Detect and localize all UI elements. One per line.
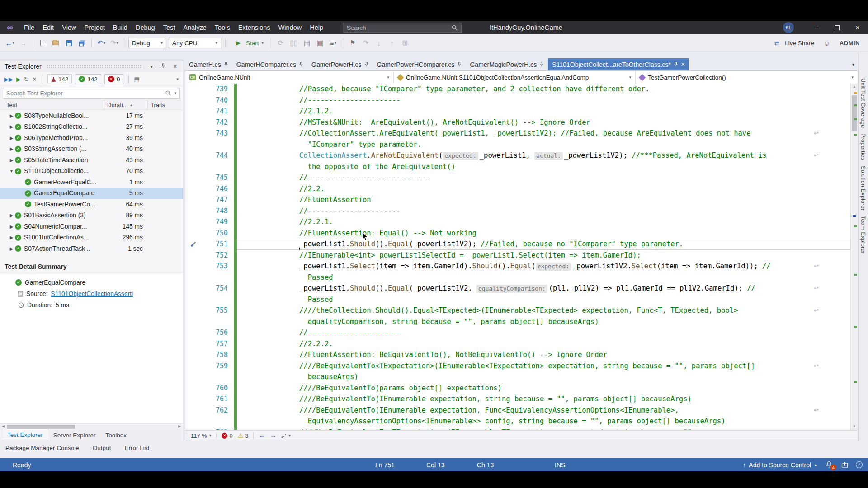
vtab-properties[interactable]: Properties	[860, 133, 867, 160]
code-line[interactable]: 745 //-----------------------------	[185, 172, 850, 183]
test-tree-row[interactable]: ▶✓S1001IntCollectionAs...296 ms	[0, 232, 183, 244]
tab-output[interactable]: Output	[93, 445, 111, 451]
warning-count-badge[interactable]: ⚠ 3	[238, 432, 249, 439]
test-search-box[interactable]: Search Test Explorer ▾	[3, 88, 180, 99]
open-file-icon[interactable]	[50, 38, 61, 48]
repeat-last-run-icon[interactable]: ↻	[24, 76, 29, 83]
vtab-team-explorer[interactable]: Team Explorer	[860, 216, 867, 254]
menu-edit[interactable]: Edit	[38, 21, 58, 34]
code-line[interactable]: 751 _powerList1.Should().Equal(_powerLis…	[185, 239, 850, 250]
code-line[interactable]: 739 //Passed, because "IComparer" type p…	[185, 84, 850, 95]
redo-icon[interactable]: ↷▾	[109, 38, 120, 48]
tab-toolbox[interactable]: Toolbox	[101, 429, 132, 441]
scroll-down-icon[interactable]: ▼	[851, 423, 858, 430]
search-options-icon[interactable]: ▾	[174, 91, 176, 95]
menu-window[interactable]: Window	[274, 21, 306, 34]
edit-mode-icon[interactable]: ▾	[281, 433, 291, 438]
menu-analyze[interactable]: Analyze	[179, 21, 211, 34]
test-tree-row[interactable]: ▶✓S08TypeNullableBool...17 ms	[0, 110, 183, 122]
tab-package-manager-console[interactable]: Package Manager Console	[5, 445, 79, 451]
close-icon[interactable]: ✕	[681, 61, 685, 67]
group-by-icon[interactable]: ▤	[134, 76, 139, 83]
code-line[interactable]: "IComparer" type parameter.	[185, 139, 850, 150]
break-all-icon[interactable]: ▯▯	[288, 38, 299, 48]
pin-icon[interactable]	[364, 61, 369, 68]
code-line[interactable]: Passed	[185, 272, 850, 283]
window-position-icon[interactable]: ▾	[147, 63, 156, 70]
test-tree-row[interactable]: ▶✓S01BasicAssertion (3)89 ms	[0, 210, 183, 221]
code-line[interactable]: 753 _powerList1.Select(item => item.Game…	[185, 261, 850, 272]
find-in-files-icon[interactable]: ▥	[315, 38, 326, 48]
menu-help[interactable]: Help	[306, 21, 327, 34]
bookmark-icon[interactable]: ⚑	[347, 38, 358, 48]
column-test[interactable]: Test	[0, 102, 104, 108]
menu-debug[interactable]: Debug	[132, 21, 159, 34]
expander-icon[interactable]: ▶	[8, 224, 15, 229]
doc-tab-gamerh-cs[interactable]: GamerH.cs	[185, 58, 232, 70]
code-lines[interactable]: 739 //Passed, because "IComparer" type p…	[185, 84, 850, 430]
run-test-icon[interactable]: ▶	[16, 76, 21, 83]
pin-icon[interactable]	[224, 61, 228, 68]
code-line[interactable]: 755 ////theCollection.Should().Equal<TEx…	[185, 305, 850, 316]
global-search-box[interactable]: Search	[343, 23, 462, 33]
vtab-solution-explorer[interactable]: Solution Explorer	[860, 166, 867, 211]
navigate-back-icon[interactable]: ←	[259, 432, 265, 439]
publish-icon[interactable]	[841, 461, 848, 468]
close-icon[interactable]: ✕	[171, 63, 179, 70]
test-tree-row[interactable]: ▼✓S1101ObjectCollectio...70 ms	[0, 166, 183, 177]
pin-icon[interactable]	[674, 61, 678, 68]
code-line[interactable]: equalityComparison, string because = "",…	[185, 316, 850, 328]
close-button[interactable]: ✕	[847, 21, 868, 34]
type-dropdown[interactable]: OnlineGame.NUnit.S1101ObjectCollectionAs…	[394, 71, 636, 84]
test-tree-row[interactable]: ▶✓S06TypeMethodProp...39 ms	[0, 132, 183, 144]
code-line[interactable]: 749 //2.2.1.	[185, 216, 850, 228]
code-line[interactable]: 763 ////NotBeEquivalentTo<TExpectation>(…	[185, 427, 850, 430]
test-tree-row[interactable]: ▶✓S04NumericICompar...145 ms	[0, 221, 183, 232]
scroll-left-icon[interactable]: ◀	[0, 424, 6, 429]
error-count-badge[interactable]: ✕ 0	[222, 432, 232, 439]
vtab-unit-test-coverage[interactable]: Unit Test Coverage	[860, 78, 867, 128]
code-line[interactable]: becauseArgs)	[185, 371, 850, 383]
code-line[interactable]: 762 ////BeEquivalentTo(IEnumerable expec…	[185, 405, 850, 416]
member-dropdown[interactable]: TestGamerPowerCollection() ▾	[636, 71, 858, 84]
code-line[interactable]: EquivalencyAssertionOptions<IEnumerable>…	[185, 416, 850, 427]
column-duration[interactable]: Durati...▲	[104, 100, 147, 110]
line-structure-icon[interactable]: ≡▾	[328, 38, 339, 48]
source-link[interactable]: S1101ObjectCollectionAsserti	[51, 291, 133, 297]
test-tree-row[interactable]: ▶✓S1002StringCollectio...27 ms	[0, 122, 183, 133]
toolbar-options-icon[interactable]: ▾	[176, 77, 179, 81]
start-debugging-button[interactable]: ▶ Start ▾	[230, 38, 267, 48]
doc-tab-gamerpowerhcomparer-cs[interactable]: GamerPowerHComparer.cs	[373, 58, 466, 70]
code-line[interactable]: 758 //FluentAssertion: BeEquivalentTo(),…	[185, 349, 850, 361]
code-line[interactable]: the opposite of the AreEquivalent()	[185, 161, 850, 173]
expander-icon[interactable]: ▶	[8, 146, 15, 151]
new-file-icon[interactable]	[37, 38, 48, 48]
failed-tests-filter[interactable]: ✕ 0	[104, 74, 124, 84]
expander-icon[interactable]: ▶	[8, 124, 15, 129]
code-line[interactable]: 743 //CollectionAssert.AreEquivalent(_po…	[185, 128, 850, 139]
test-tree-row[interactable]: ✓TestGamerPowerCo...64 ms	[0, 199, 183, 210]
panel-splitter[interactable]	[0, 254, 183, 261]
test-tree-row[interactable]: ✓GamerPowerEqualC...1 ms	[0, 177, 183, 188]
pin-icon[interactable]	[299, 61, 303, 68]
code-line[interactable]: 741 //2.1.2.	[185, 106, 850, 117]
step-into-icon[interactable]: ↓	[373, 38, 384, 48]
window-drag-grip[interactable]	[47, 65, 142, 68]
code-line[interactable]: 760 ////BeEquivalentTo(params object[] e…	[185, 383, 850, 394]
doc-tab-gamermagicpowerh-cs[interactable]: GamerMagicPowerH.cs	[466, 58, 548, 70]
code-line[interactable]: 754 _powerList1.Should().Equal(_powerLis…	[185, 283, 850, 294]
undo-icon[interactable]: ↶▾	[96, 38, 107, 48]
test-tree-row[interactable]: ✓GamerEqualCompare5 ms	[0, 188, 183, 199]
sync-status-icon[interactable]: ✓	[856, 461, 863, 468]
doc-tab-s1101objectcollect-aretootherclass-cs-[interactable]: S1101ObjectCollect...areToOtherClass.cs*…	[548, 58, 689, 70]
send-feedback-icon[interactable]: ☺	[821, 38, 832, 48]
tab-server-explorer[interactable]: Server Explorer	[48, 429, 101, 441]
code-line[interactable]: Passed	[185, 294, 850, 305]
menu-file[interactable]: File	[20, 21, 38, 34]
navigate-backward-icon[interactable]: ←▾	[5, 38, 15, 48]
doc-tab-gamerpowerh-cs[interactable]: GamerPowerH.cs	[307, 58, 373, 70]
scrollbar-thumb[interactable]	[7, 425, 75, 429]
project-dropdown[interactable]: C# OnlineGame.NUnit ▾	[185, 71, 394, 84]
vertical-scrollbar[interactable]: ▲ ▼	[850, 84, 858, 430]
navigate-forward-icon[interactable]: →	[18, 38, 28, 48]
